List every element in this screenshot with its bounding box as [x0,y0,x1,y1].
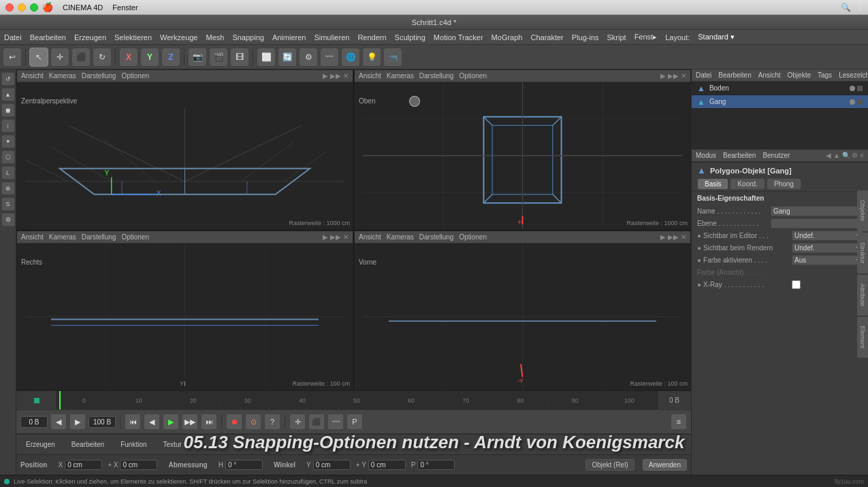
vp-tl-ansicht[interactable]: Ansicht [21,72,44,80]
transport-arrow-right[interactable]: ▶ [69,414,86,430]
tool-scale[interactable]: ⬛ [71,48,91,67]
timeline-track[interactable]: 0 10 20 30 40 50 60 70 80 90 100 [57,391,657,409]
maximize-button[interactable] [30,3,38,12]
transport-skip-end[interactable]: ⏭ [201,414,217,430]
obj-menu-lesezeichen[interactable]: Lesezeichen [839,71,868,79]
tool-x[interactable]: X [119,48,138,67]
left-tool-10[interactable]: ⚙ [1,213,15,226]
transport-auto-key[interactable]: ⊙ [245,414,261,430]
edge-tab-objekte[interactable]: Objekte [857,190,868,231]
menu-skript[interactable]: Skript [607,33,626,41]
y-pos-input[interactable] [313,460,351,470]
left-tool-5[interactable]: ✦ [1,135,15,148]
tool-camera3[interactable]: 🎞 [230,48,249,67]
props-menu-bearbeiten[interactable]: Bearbeiten [723,152,756,159]
left-tool-2[interactable]: ▲ [1,88,15,101]
vp-bl-optionen[interactable]: Optionen [121,233,149,241]
obj-menu-objekte[interactable]: Objekte [788,71,811,79]
transport-fast-forward[interactable]: ▶▶ [182,414,198,430]
left-tool-8[interactable]: ⊕ [1,182,15,195]
transport-arrow-left[interactable]: ◀ [50,414,67,430]
left-tool-9[interactable]: S [1,197,15,211]
left-tool-4[interactable]: ↕ [1,119,15,133]
apply-button[interactable]: Anwenden [643,459,687,471]
menu-fenster[interactable]: Fenst▸ [634,33,658,41]
bottom-tab-funktion[interactable]: Funktion [116,439,150,450]
tool-nurbs[interactable]: ⚙ [299,48,318,67]
props-dd-sichtbar-render[interactable]: Undef. ▾ [792,243,863,253]
minimize-button[interactable] [18,3,26,12]
transport-curve[interactable]: 〰 [327,414,344,430]
frame-end[interactable]: 100 B [89,416,116,428]
menu-plugins[interactable]: Plug-ins [572,33,599,41]
vp-tl-optionen[interactable]: Optionen [121,72,149,80]
menu-bearbeiten[interactable]: Bearbeiten [30,33,66,41]
vp-br-kameras[interactable]: Kameras [387,233,414,241]
props-dd-farbe-aktiv[interactable]: Aus ▾ [792,255,863,265]
props-input-ebene[interactable] [771,218,863,229]
vp-bl-ansicht[interactable]: Ansicht [21,233,44,241]
tool-cam[interactable]: 📹 [383,48,402,67]
vp-tr-optionen[interactable]: Optionen [459,72,487,80]
object-row-boden[interactable]: ▲ Boden [692,82,868,95]
props-dd-sichtbar-editor[interactable]: Undef. ▾ [792,231,863,241]
transport-skip-start[interactable]: ⏮ [125,414,141,430]
x-pos-input[interactable] [65,460,102,470]
transport-play[interactable]: ▶ [163,414,179,430]
obj-ref-dropdown[interactable]: Objekt (Rel) [585,459,634,471]
menu-motion-tracker[interactable]: Motion Tracker [434,33,483,41]
tool-deform[interactable]: 〰 [320,48,339,67]
h-angle-input[interactable] [225,460,263,470]
props-menu-benutzer[interactable]: Benutzer [762,152,790,159]
edge-tab-element[interactable]: Element [857,317,868,358]
tool-move[interactable]: ✛ [50,48,69,67]
props-tab-phong[interactable]: Phong [767,178,801,190]
tool-select[interactable]: ↖ [29,48,48,67]
viewport-top[interactable]: Ansicht Kameras Darstellung Optionen ▶ ▶… [354,69,691,230]
vp-br-ansicht[interactable]: Ansicht [359,233,381,241]
edge-tab-attribute[interactable]: Attribute [857,275,868,316]
obj-menu-bearbeiten[interactable]: Bearbeiten [718,71,751,79]
transport-extra[interactable]: ≡ [671,414,687,430]
props-tab-koord[interactable]: Koord. [730,178,765,190]
vp-tr-kameras[interactable]: Kameras [387,72,414,80]
y-size-input[interactable] [368,460,406,470]
viewport-right[interactable]: Ansicht Kameras Darstellung Optionen ▶ ▶… [16,231,353,391]
vp-tr-darstellung[interactable]: Darstellung [419,72,454,80]
vp-tr-ansicht[interactable]: Ansicht [359,72,381,80]
menu-mograph[interactable]: MoGraph [492,33,523,41]
menu-simulieren[interactable]: Simulieren [314,33,349,41]
x-size-input[interactable] [120,460,157,470]
vp-br-optionen[interactable]: Optionen [459,233,487,241]
mac-menu-cinema4d[interactable]: CINEMA 4D [63,3,103,12]
tool-camera1[interactable]: 📷 [188,48,207,67]
left-tool-7[interactable]: L [1,166,15,180]
bottom-tab-erzeugen[interactable]: Erzeugen [22,439,59,450]
transport-del-key[interactable]: ⬛ [308,414,325,430]
menu-datei[interactable]: Datei [4,33,22,41]
object-row-gang[interactable]: ▲ Gang [692,95,868,109]
menu-sculpting[interactable]: Sculpting [395,33,425,41]
mac-menu-fenster[interactable]: Fenster [112,3,138,12]
menu-charakter[interactable]: Charakter [530,33,563,41]
close-button[interactable] [5,3,14,12]
tool-z[interactable]: Z [161,48,180,67]
tool-y[interactable]: Y [140,48,159,67]
vp-tl-kameras[interactable]: Kameras [49,72,76,80]
transport-layer[interactable]: P [347,414,363,430]
tool-light[interactable]: 💡 [362,48,381,67]
tool-cube[interactable]: ⬜ [257,48,276,67]
vp-bl-darstellung[interactable]: Darstellung [82,233,116,241]
transport-prev-frame[interactable]: ◀ [144,414,160,430]
obj-menu-datei[interactable]: Datei [696,71,711,79]
vp-bl-kameras[interactable]: Kameras [49,233,76,241]
props-menu-modus[interactable]: Modus [696,152,716,159]
bottom-tab-bearbeiten[interactable]: Bearbeiten [67,439,108,450]
frame-current[interactable]: 0 B [20,416,48,428]
tool-undo[interactable]: ↩ [3,48,22,67]
tool-camera2[interactable]: 🎬 [209,48,228,67]
transport-add-key[interactable]: ✛ [289,414,306,430]
menu-rendern[interactable]: Rendern [357,33,386,41]
obj-menu-ansicht[interactable]: Ansicht [758,71,781,79]
tool-env[interactable]: 🌐 [341,48,360,67]
